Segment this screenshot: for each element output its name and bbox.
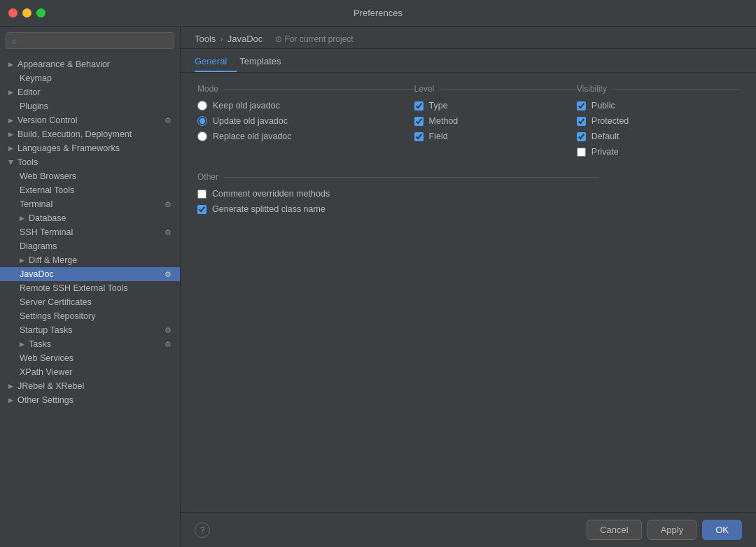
sidebar-item-terminal[interactable]: Terminal ⚙: [0, 197, 180, 211]
visibility-public[interactable]: Public: [577, 101, 739, 111]
breadcrumb: Tools › JavaDoc ⊙ For current project: [181, 27, 756, 49]
visibility-private[interactable]: Private: [577, 147, 739, 157]
sidebar-item-jrebel[interactable]: ▶ JRebel & XRebel: [0, 379, 180, 393]
gear-icon: ⚙: [164, 116, 172, 125]
expand-icon: ▶: [20, 257, 24, 264]
bottom-buttons: Cancel Apply OK: [587, 520, 742, 540]
other-section: Other Comment overridden methods Generat…: [197, 172, 739, 214]
level-type[interactable]: Type: [414, 101, 577, 111]
panel-content: Mode Keep old javadoc Update old javadoc: [181, 73, 756, 512]
visibility-check-group: Public Protected Default: [577, 101, 739, 157]
visibility-private-input[interactable]: [577, 148, 586, 157]
apply-button[interactable]: Apply: [648, 520, 697, 540]
ok-button[interactable]: OK: [702, 520, 742, 540]
traffic-lights: [8, 8, 46, 17]
level-field[interactable]: Field: [414, 132, 577, 141]
gear-icon: ⚙: [164, 340, 172, 349]
preferences-window: Preferences ⌕ ▶ Appearance & Behavior Ke…: [0, 0, 756, 547]
expand-icon: ▶: [8, 160, 15, 165]
sidebar-item-tools[interactable]: ▶ Tools: [0, 155, 180, 169]
sidebar-item-javadoc[interactable]: JavaDoc ⚙: [0, 267, 180, 281]
sidebar-item-version-control[interactable]: ▶ Version Control ⚙: [0, 113, 180, 127]
main-content: ⌕ ▶ Appearance & Behavior Keymap ▶ Edito…: [0, 27, 756, 547]
other-comment-overridden-input[interactable]: [197, 190, 206, 199]
expand-icon: ▶: [8, 145, 13, 152]
sidebar-item-keymap[interactable]: Keymap: [0, 71, 180, 85]
level-label: Level: [414, 84, 577, 94]
sidebar-item-editor[interactable]: ▶ Editor: [0, 85, 180, 99]
mode-section: Mode Keep old javadoc Update old javadoc: [197, 84, 414, 157]
three-col-layout: Mode Keep old javadoc Update old javadoc: [197, 84, 739, 157]
maximize-button[interactable]: [36, 8, 46, 17]
title-bar: Preferences: [0, 0, 756, 27]
breadcrumb-root: Tools: [195, 34, 216, 44]
sidebar-item-server-certs[interactable]: Server Certificates: [0, 295, 180, 309]
sidebar-item-xpath-viewer[interactable]: XPath Viewer: [0, 365, 180, 379]
sidebar-item-web-services[interactable]: Web Services: [0, 351, 180, 365]
visibility-default[interactable]: Default: [577, 132, 739, 141]
sidebar-item-ssh-terminal[interactable]: SSH Terminal ⚙: [0, 225, 180, 239]
other-comment-overridden[interactable]: Comment overridden methods: [197, 189, 739, 199]
sidebar-item-diagrams[interactable]: Diagrams: [0, 239, 180, 253]
mode-keep-old[interactable]: Keep old javadoc: [197, 101, 414, 111]
sidebar-item-other-settings[interactable]: ▶ Other Settings: [0, 393, 180, 407]
close-button[interactable]: [8, 8, 18, 17]
expand-icon: ▶: [8, 89, 13, 96]
level-section: Level Type Method: [414, 84, 577, 157]
tab-templates[interactable]: Templates: [239, 52, 290, 72]
other-generate-splitted-input[interactable]: [197, 205, 206, 214]
visibility-default-input[interactable]: [577, 132, 586, 141]
expand-icon: ▶: [8, 117, 13, 124]
sidebar-item-appearance[interactable]: ▶ Appearance & Behavior: [0, 57, 180, 71]
expand-icon: ▶: [20, 215, 24, 222]
expand-icon: ▶: [8, 131, 13, 138]
sidebar-item-build[interactable]: ▶ Build, Execution, Deployment: [0, 127, 180, 141]
sidebar-item-settings-repo[interactable]: Settings Repository: [0, 309, 180, 323]
mode-update-old[interactable]: Update old javadoc: [197, 116, 414, 126]
other-check-group: Comment overridden methods Generate spli…: [197, 189, 739, 214]
breadcrumb-current: JavaDoc: [227, 34, 263, 44]
level-method[interactable]: Method: [414, 116, 577, 126]
search-box[interactable]: ⌕: [6, 32, 174, 49]
sidebar-item-database[interactable]: ▶ Database: [0, 211, 180, 225]
expand-icon: ▶: [20, 341, 24, 348]
expand-icon: ▶: [8, 383, 13, 390]
sidebar-items: ▶ Appearance & Behavior Keymap ▶ Editor …: [0, 55, 180, 547]
mode-radio-group: Keep old javadoc Update old javadoc Repl…: [197, 101, 414, 141]
level-method-input[interactable]: [414, 117, 424, 126]
mode-update-old-input[interactable]: [197, 116, 207, 126]
mode-replace-old-input[interactable]: [197, 132, 207, 141]
sidebar-item-languages[interactable]: ▶ Languages & Frameworks: [0, 141, 180, 155]
visibility-public-input[interactable]: [577, 101, 586, 111]
minimize-button[interactable]: [22, 8, 31, 17]
other-label: Other: [197, 172, 739, 182]
gear-icon: ⚙: [164, 200, 172, 209]
search-input[interactable]: [21, 36, 168, 45]
visibility-protected[interactable]: Protected: [577, 116, 739, 126]
level-check-group: Type Method Field: [414, 101, 577, 141]
sidebar-item-plugins[interactable]: Plugins: [0, 99, 180, 113]
help-button[interactable]: ?: [195, 523, 210, 538]
sidebar-item-startup-tasks[interactable]: Startup Tasks ⚙: [0, 323, 180, 337]
mode-replace-old[interactable]: Replace old javadoc: [197, 132, 414, 141]
sidebar-item-external-tools[interactable]: External Tools: [0, 183, 180, 197]
cancel-button[interactable]: Cancel: [587, 520, 641, 540]
expand-icon: ▶: [8, 397, 13, 404]
sidebar-item-remote-ssh[interactable]: Remote SSH External Tools: [0, 281, 180, 295]
breadcrumb-project: ⊙ For current project: [275, 34, 353, 44]
tab-general[interactable]: General: [195, 52, 237, 72]
sidebar-item-web-browsers[interactable]: Web Browsers: [0, 169, 180, 183]
window-title: Preferences: [354, 8, 402, 18]
bottom-bar: ? Cancel Apply OK: [181, 512, 756, 547]
visibility-protected-input[interactable]: [577, 117, 586, 126]
mode-label: Mode: [197, 84, 414, 94]
sidebar-item-tasks[interactable]: ▶ Tasks ⚙: [0, 337, 180, 351]
tabs-bar: General Templates: [181, 52, 756, 73]
level-field-input[interactable]: [414, 132, 424, 141]
level-type-input[interactable]: [414, 101, 424, 111]
sidebar-item-diff-merge[interactable]: ▶ Diff & Merge: [0, 253, 180, 267]
mode-keep-old-input[interactable]: [197, 101, 207, 111]
gear-icon: ⚙: [164, 270, 172, 279]
expand-icon: ▶: [8, 61, 13, 68]
other-generate-splitted[interactable]: Generate splitted class name: [197, 204, 739, 214]
